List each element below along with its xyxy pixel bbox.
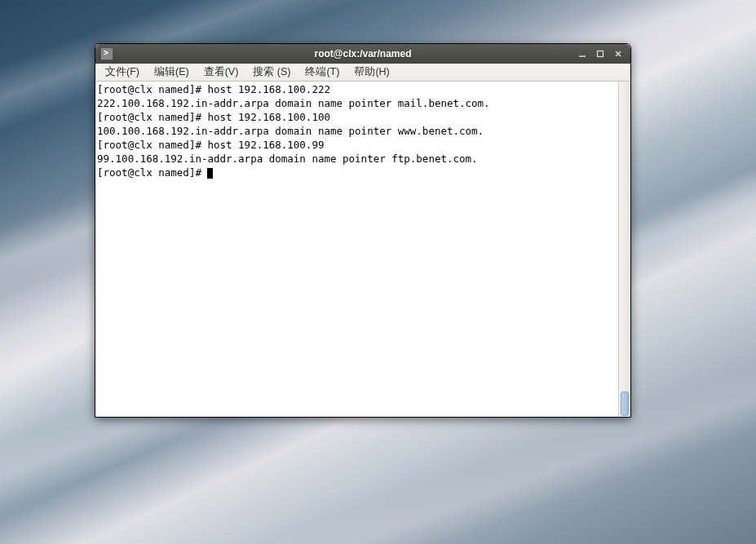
menu-search[interactable]: 搜索 (S)	[246, 64, 297, 81]
maximize-button[interactable]	[593, 47, 608, 60]
terminal-icon	[100, 47, 113, 60]
window-title: root@clx:/var/named	[314, 48, 411, 60]
menu-view[interactable]: 查看(V)	[197, 64, 245, 81]
svg-rect-1	[598, 51, 603, 57]
menu-help[interactable]: 帮助(H)	[347, 64, 396, 81]
window-controls	[575, 47, 626, 60]
scroll-thumb[interactable]	[621, 391, 629, 416]
terminal-window: root@clx:/var/named 文件(F) 编辑(E) 查看(V) 搜索…	[95, 43, 631, 418]
scrollbar[interactable]	[618, 82, 630, 417]
menu-file[interactable]: 文件(F)	[99, 64, 146, 81]
terminal-output[interactable]: [root@clx named]# host 192.168.100.222 2…	[95, 82, 618, 417]
terminal-container: [root@clx named]# host 192.168.100.222 2…	[95, 82, 630, 417]
close-button[interactable]	[611, 47, 626, 60]
minimize-button[interactable]	[575, 47, 590, 60]
cursor	[207, 168, 213, 179]
menu-edit[interactable]: 编辑(E)	[148, 64, 196, 81]
titlebar[interactable]: root@clx:/var/named	[95, 44, 630, 64]
menu-terminal[interactable]: 终端(T)	[298, 64, 346, 81]
menubar: 文件(F) 编辑(E) 查看(V) 搜索 (S) 终端(T) 帮助(H)	[95, 64, 630, 82]
